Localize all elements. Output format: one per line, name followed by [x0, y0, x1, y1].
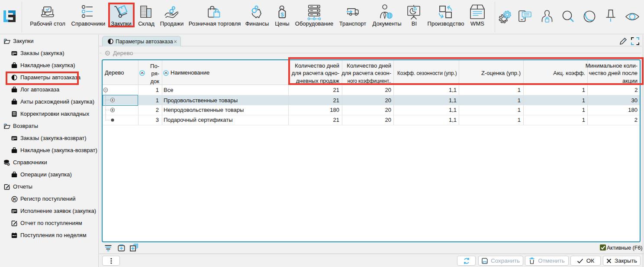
svg-text:$: $: [280, 11, 284, 18]
svg-text:R: R: [13, 197, 16, 202]
